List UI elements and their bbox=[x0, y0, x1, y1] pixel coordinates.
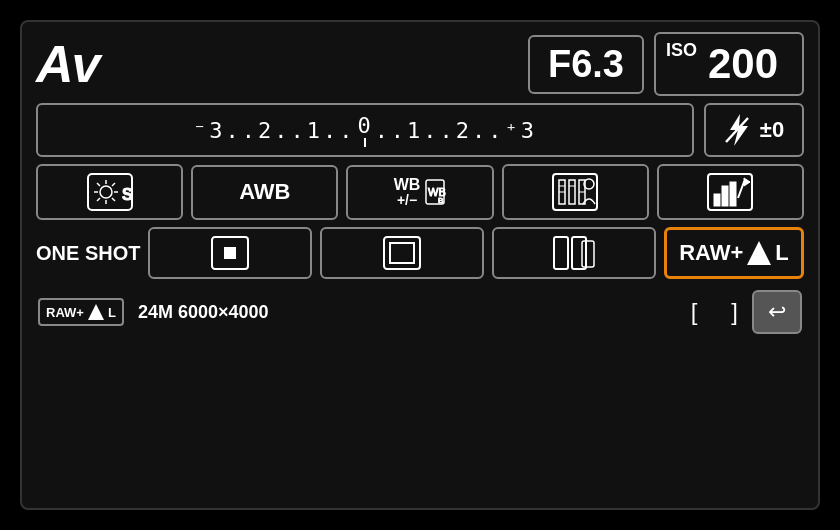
svg-rect-18 bbox=[569, 180, 575, 204]
bracket-open: [ bbox=[691, 298, 698, 326]
status-jpeg-icon bbox=[87, 303, 105, 321]
svg-rect-28 bbox=[730, 182, 736, 206]
raw-size-label: L bbox=[775, 240, 788, 266]
status-resolution: 24M 6000×4000 bbox=[138, 302, 677, 323]
flash-comp-box: ±0 bbox=[704, 103, 804, 157]
row-mode: Av F6.3 ISO 200 bbox=[36, 32, 804, 96]
svg-line-9 bbox=[112, 198, 115, 201]
flash-comp-value: ±0 bbox=[760, 117, 784, 143]
status-raw-size: L bbox=[108, 305, 116, 320]
svg-point-3 bbox=[100, 186, 112, 198]
auto-lighting-box[interactable] bbox=[657, 164, 804, 220]
exposure-scale: ⁻3..2..1..0..1..2..⁺3 bbox=[193, 113, 537, 147]
svg-rect-34 bbox=[554, 237, 568, 269]
jpeg-size-icon bbox=[745, 239, 773, 267]
row-settings: S AWB WB +/− WB B bbox=[36, 164, 804, 220]
raw-format-box[interactable]: RAW+ L bbox=[664, 227, 804, 279]
row-exposure: ⁻3..2..1..0..1..2..⁺3 ±0 bbox=[36, 103, 804, 157]
metering-mode-box[interactable]: S bbox=[36, 164, 183, 220]
svg-line-11 bbox=[97, 198, 100, 201]
aperture-value: F6.3 bbox=[548, 43, 624, 86]
wb-bracket-icon: WB B bbox=[424, 178, 446, 206]
wb-shift-bottom: +/− bbox=[394, 193, 421, 208]
af-mode-label[interactable]: ONE SHOT bbox=[36, 242, 140, 265]
status-raw-box: RAW+ L bbox=[38, 298, 124, 326]
svg-rect-31 bbox=[224, 247, 236, 259]
drive-single-icon bbox=[208, 233, 252, 273]
auto-lighting-icon bbox=[706, 172, 754, 212]
drive-single-box[interactable] bbox=[148, 227, 312, 279]
shooting-mode: Av bbox=[36, 34, 98, 94]
svg-marker-37 bbox=[747, 241, 771, 265]
iso-label: ISO bbox=[666, 40, 697, 61]
wb-shift-top: WB bbox=[394, 176, 421, 194]
drive-zone-icon bbox=[380, 233, 424, 273]
back-button[interactable]: ↩ bbox=[752, 290, 802, 334]
row-status: RAW+ L 24M 6000×4000 [ ] ↩ bbox=[36, 286, 804, 338]
drive-continuous-box[interactable] bbox=[492, 227, 656, 279]
exposure-scale-box: ⁻3..2..1..0..1..2..⁺3 bbox=[36, 103, 694, 157]
aperture-display: F6.3 bbox=[528, 35, 644, 94]
svg-rect-36 bbox=[582, 241, 594, 267]
svg-rect-33 bbox=[390, 243, 414, 263]
svg-marker-0 bbox=[730, 114, 748, 146]
svg-text:B: B bbox=[438, 196, 443, 205]
svg-rect-26 bbox=[714, 194, 720, 206]
bracket-close: ] bbox=[731, 298, 738, 326]
raw-label: RAW+ bbox=[679, 240, 743, 266]
iso-value: 200 bbox=[708, 40, 778, 88]
svg-line-8 bbox=[97, 183, 100, 186]
back-icon: ↩ bbox=[768, 299, 786, 325]
svg-marker-38 bbox=[88, 304, 104, 320]
svg-line-10 bbox=[112, 183, 115, 186]
drive-continuous-icon bbox=[552, 233, 596, 273]
svg-rect-27 bbox=[722, 186, 728, 206]
status-raw-label: RAW+ bbox=[46, 305, 84, 320]
picture-style-box[interactable] bbox=[502, 164, 649, 220]
wb-shift-box[interactable]: WB +/− WB B bbox=[346, 165, 493, 220]
drive-zone-box[interactable] bbox=[320, 227, 484, 279]
svg-text:S: S bbox=[122, 186, 133, 203]
wb-auto-box[interactable]: AWB bbox=[191, 165, 338, 220]
iso-display: ISO 200 bbox=[654, 32, 804, 96]
picture-style-icon bbox=[551, 172, 599, 212]
wb-auto-label: AWB bbox=[239, 179, 290, 205]
svg-rect-35 bbox=[572, 237, 586, 269]
row-af-drive: ONE SHOT RAW+ bbox=[36, 227, 804, 279]
metering-icon: S bbox=[86, 172, 134, 212]
camera-screen: Av F6.3 ISO 200 ⁻3..2..1..0..1..2..⁺3 ±0 bbox=[20, 20, 820, 510]
svg-marker-29 bbox=[744, 178, 750, 186]
flash-icon bbox=[724, 114, 752, 146]
